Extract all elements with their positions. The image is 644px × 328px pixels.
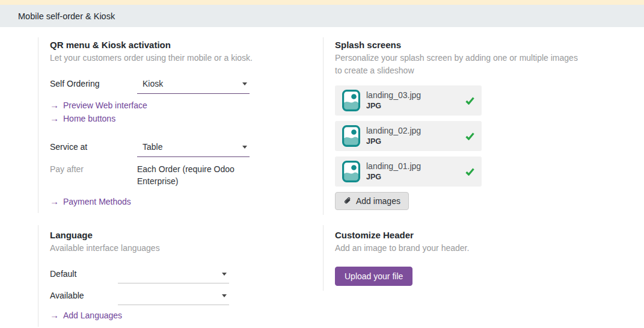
file-meta: landing_01.jpg JPG [366,161,421,182]
check-icon [465,97,474,105]
add-images-button[interactable]: Add images [335,192,409,210]
button-label: Upload your file [345,271,403,281]
arrow-right-icon: → [50,309,59,322]
available-languages-label: Available [50,289,118,302]
pay-after-value: Each Order (require Odoo Enterprise) [137,163,250,187]
check-icon [465,132,474,140]
link-label: Payment Methods [63,195,131,208]
section-title: Language [50,229,323,241]
check-icon [465,168,474,176]
arrow-right-icon: → [50,99,59,112]
section-subtitle: Let your customers order using their mob… [50,52,323,64]
arrow-right-icon: → [50,195,59,208]
settings-page: Mobile self-order & Kiosk QR menu & Kios… [0,0,644,328]
field-row-pay-after: Pay after Each Order (require Odoo Enter… [50,163,323,187]
paperclip-icon [343,197,352,205]
file-type-badge: JPG [366,173,421,182]
splash-image-item[interactable]: landing_01.jpg JPG [335,156,482,187]
splash-image-item[interactable]: landing_02.jpg JPG [335,121,482,151]
link-label: Add Languages [63,309,122,322]
section-subtitle: Available interface languages [50,242,323,255]
chevron-down-icon [222,294,227,297]
self-ordering-label: Self Ordering [50,78,137,90]
splash-image-item[interactable]: landing_03.jpg JPG [335,85,482,116]
section-customize-header: Customize Header Add an image to brand y… [323,225,587,291]
field-row-available-languages: Available [50,289,323,305]
section-qr-kiosk-activation: QR menu & Kiosk activation Let your cust… [38,37,323,213]
file-name: landing_01.jpg [366,161,421,172]
section-subtitle: Personalize your splash screen by adding… [335,52,578,77]
link-label: Preview Web interface [63,99,147,112]
link-label: Home buttons [63,112,115,125]
service-at-label: Service at [50,141,137,153]
pay-after-label: Pay after [50,163,137,175]
field-row-default-language: Default [50,268,323,283]
section-language: Language Available interface languages D… [38,225,323,327]
home-buttons-link[interactable]: → Home buttons [50,112,323,125]
top-accent-band [0,0,644,5]
arrow-right-icon: → [50,112,59,125]
page-header: Mobile self-order & Kiosk [0,5,644,27]
button-label: Add images [356,196,400,206]
self-ordering-value: Kiosk [143,79,163,88]
section-splash-screens: Splash screens Personalize your splash s… [323,37,587,215]
file-meta: landing_02.jpg JPG [366,126,421,146]
field-row-self-ordering: Self Ordering Kiosk [50,78,323,94]
section-title: Splash screens [335,39,587,51]
self-ordering-select[interactable]: Kiosk [137,78,250,94]
image-icon [342,125,360,147]
preview-web-interface-link[interactable]: → Preview Web interface [50,99,323,112]
default-language-label: Default [50,268,118,280]
upload-file-button[interactable]: Upload your file [335,267,412,286]
field-row-service-at: Service at Table [50,141,323,157]
qr-links: → Preview Web interface → Home buttons [50,99,323,125]
page-title: Mobile self-order & Kiosk [18,11,115,21]
file-meta: landing_03.jpg JPG [366,90,421,111]
image-icon [342,90,360,111]
chevron-down-icon [242,82,247,85]
chevron-down-icon [242,146,247,149]
file-type-badge: JPG [366,102,421,111]
service-at-select[interactable]: Table [137,141,250,157]
splash-image-list: landing_03.jpg JPG [335,85,587,187]
file-type-badge: JPG [366,137,421,146]
file-name: landing_03.jpg [366,90,421,101]
section-subtitle: Add an image to brand your header. [335,242,587,255]
default-language-select[interactable] [118,268,229,283]
file-name: landing_02.jpg [366,126,421,136]
payment-methods-link[interactable]: → Payment Methods [50,195,323,208]
image-icon [342,161,360,182]
chevron-down-icon [222,273,227,276]
service-at-value: Table [143,142,162,152]
available-languages-select[interactable] [118,289,229,305]
section-title: QR menu & Kiosk activation [50,39,323,51]
add-languages-link[interactable]: → Add Languages [50,309,323,322]
section-title: Customize Header [335,229,587,241]
